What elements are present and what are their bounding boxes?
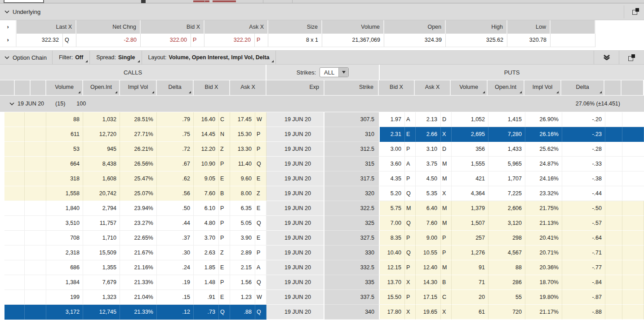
put-bid[interactable]: 7.00: [380, 216, 405, 231]
call-bid[interactable]: 4.80: [194, 216, 219, 231]
call-impl-vol[interactable]: 21.04%: [120, 290, 157, 305]
put-bid[interactable]: 5.20: [380, 186, 405, 201]
call-bid[interactable]: .73: [194, 305, 219, 320]
put-open-interest[interactable]: 4,567: [489, 245, 525, 260]
put-delta[interactable]: -.50: [562, 201, 605, 216]
col-strike[interactable]: Strike: [324, 80, 379, 95]
call-impl-vol[interactable]: 23.27%: [120, 216, 157, 231]
call-volume[interactable]: 88: [46, 112, 83, 127]
put-delta[interactable]: -.20: [562, 112, 605, 127]
call-ask[interactable]: .88: [230, 305, 255, 320]
put-volume[interactable]: 20: [452, 290, 489, 305]
call-col-openint[interactable]: Open.Int: [83, 80, 120, 95]
call-volume[interactable]: 2,318: [46, 245, 83, 260]
put-volume[interactable]: 2,695: [452, 127, 489, 142]
underlying-expand-button[interactable]: ›: [0, 34, 17, 47]
call-delta[interactable]: .72: [157, 142, 194, 157]
col-exp[interactable]: Exp: [266, 80, 324, 95]
call-volume[interactable]: 3,172: [46, 305, 83, 320]
call-open-interest[interactable]: 1,032: [83, 112, 120, 127]
filter-dropdown[interactable]: Filter: Off: [52, 51, 89, 64]
option-row[interactable]: 1,384 7,679 21.33% .19 1.48 P 1.56 Q 19 …: [0, 275, 644, 290]
put-ask[interactable]: 6.40: [416, 201, 441, 216]
row-strike[interactable]: 315: [324, 157, 380, 171]
put-volume[interactable]: 1,379: [452, 201, 489, 216]
underlying-expand-button[interactable]: ›: [0, 20, 17, 34]
put-delta[interactable]: -.64: [562, 231, 605, 245]
put-col-delta[interactable]: Delta: [561, 80, 604, 95]
call-volume[interactable]: 1,558: [46, 186, 83, 201]
call-bid[interactable]: 14.45: [194, 127, 219, 142]
put-col-ask[interactable]: Ask X: [415, 80, 451, 95]
put-delta[interactable]: -.23: [562, 127, 605, 142]
put-volume[interactable]: 257: [452, 231, 489, 245]
call-impl-vol[interactable]: 26.56%: [120, 157, 157, 171]
put-volume[interactable]: 71: [452, 275, 489, 290]
call-bid[interactable]: .91: [194, 290, 219, 305]
put-impl-vol[interactable]: 26.90%: [525, 112, 562, 127]
call-ask[interactable]: 5.05: [230, 216, 255, 231]
row-strike[interactable]: 317.5: [324, 171, 380, 186]
option-row[interactable]: 53 945 26.21% .72 12.20 Z 13.30 P 19 JUN…: [0, 142, 644, 157]
call-volume[interactable]: 1,384: [46, 275, 83, 290]
option-row[interactable]: 318 1,608 25.47% .62 9.05 E 9.60 E 19 JU…: [0, 171, 644, 186]
option-row[interactable]: 708 1,710 22.65% .37 3.70 P 3.90 E 19 JU…: [0, 231, 644, 245]
call-open-interest[interactable]: 1,355: [83, 260, 120, 275]
put-open-interest[interactable]: 88: [489, 260, 525, 275]
row-strike[interactable]: 330: [324, 245, 380, 260]
call-volume[interactable]: 318: [46, 171, 83, 186]
spread-dropdown[interactable]: Spread: Single: [89, 51, 141, 64]
row-strike[interactable]: 332.5: [324, 260, 380, 275]
call-ask[interactable]: 15.30: [230, 127, 255, 142]
put-bid[interactable]: 3.60: [380, 157, 405, 171]
call-impl-vol[interactable]: 27.71%: [120, 127, 157, 142]
call-ask[interactable]: 1.56: [230, 275, 255, 290]
row-strike[interactable]: 310: [324, 127, 380, 142]
detach-section-button[interactable]: [619, 51, 644, 64]
call-col-implvol[interactable]: Impl Vol: [120, 80, 157, 95]
put-bid[interactable]: 12.15: [380, 260, 405, 275]
call-col-bid[interactable]: Bid X: [194, 80, 230, 95]
put-open-interest[interactable]: 720: [489, 305, 525, 320]
call-bid[interactable]: 10.90: [194, 157, 219, 171]
put-bid[interactable]: 3.00: [380, 142, 405, 157]
call-delta[interactable]: .12: [157, 305, 194, 320]
call-open-interest[interactable]: 11,757: [83, 216, 120, 231]
put-open-interest[interactable]: 1,707: [489, 171, 525, 186]
put-volume[interactable]: 61: [452, 305, 489, 320]
put-delta[interactable]: -.44: [562, 186, 605, 201]
row-strike[interactable]: 322.5: [324, 201, 380, 216]
call-volume[interactable]: 53: [46, 142, 83, 157]
call-volume[interactable]: 686: [46, 260, 83, 275]
option-row[interactable]: 88 1,032 28.51% .79 16.40 C 17.45 W 19 J…: [0, 112, 644, 127]
put-col-volume[interactable]: Volume: [451, 80, 488, 95]
call-delta[interactable]: .56: [157, 186, 194, 201]
collapse-all-button[interactable]: [594, 51, 619, 64]
option-row[interactable]: 199 1,323 21.04% .15 .91 E 1.23 W 19 JUN…: [0, 290, 644, 305]
call-bid[interactable]: 6.10: [194, 201, 219, 216]
put-impl-vol[interactable]: 21.75%: [525, 201, 562, 216]
call-ask[interactable]: 2.89: [230, 245, 255, 260]
row-strike[interactable]: 337.5: [324, 290, 380, 305]
put-ask[interactable]: 3.75: [416, 157, 441, 171]
call-open-interest[interactable]: 1,608: [83, 171, 120, 186]
call-bid[interactable]: 16.40: [194, 112, 219, 127]
put-impl-vol[interactable]: 21.13%: [525, 216, 562, 231]
put-impl-vol[interactable]: 24.16%: [525, 171, 562, 186]
put-ask[interactable]: 4.50: [416, 171, 441, 186]
put-volume[interactable]: 91: [452, 260, 489, 275]
call-volume[interactable]: 611: [46, 127, 83, 142]
call-delta[interactable]: .75: [157, 127, 194, 142]
put-delta[interactable]: -.28: [562, 142, 605, 157]
put-ask[interactable]: 17.15: [416, 290, 441, 305]
put-bid[interactable]: 15.50: [380, 290, 405, 305]
call-open-interest[interactable]: 8,438: [83, 157, 120, 171]
put-ask[interactable]: 10.55: [416, 245, 441, 260]
put-open-interest[interactable]: 5,965: [489, 157, 525, 171]
ask-price[interactable]: 322.20: [204, 34, 255, 47]
put-bid[interactable]: 4.35: [380, 171, 405, 186]
call-delta[interactable]: .30: [157, 245, 194, 260]
call-delta[interactable]: .24: [157, 260, 194, 275]
put-ask[interactable]: 7.60: [416, 216, 441, 231]
put-delta[interactable]: -.71: [562, 245, 605, 260]
